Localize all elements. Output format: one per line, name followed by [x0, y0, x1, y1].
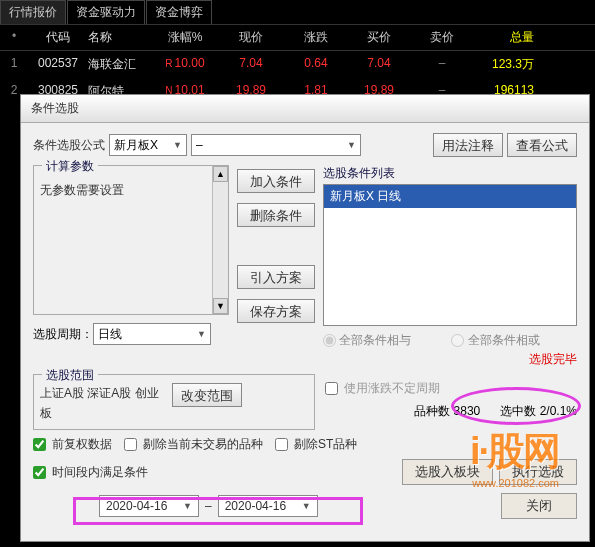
col-price[interactable]: 现价	[216, 29, 286, 46]
scroll-up-icon[interactable]: ▲	[213, 166, 228, 182]
col-vol[interactable]: 总量	[472, 29, 542, 46]
exclude-nontrade-label: 剔除当前未交易的品种	[143, 436, 263, 453]
exclude-st-label: 剔除ST品种	[294, 436, 357, 453]
to-block-button[interactable]: 选股入板块	[402, 459, 493, 485]
stock-name: 海联金汇	[88, 56, 154, 73]
save-plan-button[interactable]: 保存方案	[237, 299, 315, 323]
params-empty-text: 无参数需要设置	[40, 182, 222, 199]
status-text: 选股完毕	[323, 351, 577, 368]
timerange-checkbox[interactable]	[33, 466, 46, 479]
view-formula-button[interactable]: 查看公式	[507, 133, 577, 157]
execute-button[interactable]: 执行选股	[499, 459, 577, 485]
stock-bid: 7.04	[346, 56, 412, 73]
chevron-down-icon: ▼	[302, 501, 311, 511]
pre-fq-label: 前复权数据	[52, 436, 112, 453]
scroll-down-icon[interactable]: ▼	[213, 298, 228, 314]
tab-quotes[interactable]: 行情报价	[0, 0, 66, 24]
add-condition-button[interactable]: 加入条件	[237, 169, 315, 193]
stock-pct: R10.00	[154, 56, 216, 73]
delete-condition-button[interactable]: 删除条件	[237, 203, 315, 227]
col-name[interactable]: 名称	[88, 29, 154, 46]
radio-or[interactable]: 全部条件相或	[451, 332, 539, 349]
condition-list-label: 选股条件列表	[323, 165, 577, 182]
date-separator: –	[205, 499, 212, 513]
formula-select[interactable]: 新月板X▼	[109, 134, 187, 156]
row-idx: 1	[0, 56, 28, 73]
stock-table: • 代码 名称 涨幅% 现价 涨跌 买价 卖价 总量 1 002537 海联金汇…	[0, 25, 595, 105]
scrollbar[interactable]: ▲ ▼	[212, 166, 228, 314]
import-plan-button[interactable]: 引入方案	[237, 265, 315, 289]
params-legend: 计算参数	[42, 158, 98, 175]
condition-select-dialog: 条件选股 条件选股公式 新月板X▼ –▼ 用法注释 查看公式 计算参数 无参数需…	[20, 94, 590, 542]
col-idx: •	[0, 29, 28, 46]
col-bid[interactable]: 买价	[346, 29, 412, 46]
selected-count: 选中数 2/0.1%	[500, 403, 577, 420]
condition-list[interactable]: 新月板X 日线	[323, 184, 577, 326]
radio-and[interactable]: 全部条件相与	[323, 332, 411, 349]
condition-item[interactable]: 新月板X 日线	[324, 185, 576, 208]
col-code[interactable]: 代码	[28, 29, 88, 46]
col-pct[interactable]: 涨幅%	[154, 29, 216, 46]
col-ask[interactable]: 卖价	[412, 29, 472, 46]
period-select[interactable]: 日线▼	[93, 323, 211, 345]
stock-ask: –	[412, 56, 472, 73]
pre-fq-checkbox[interactable]	[33, 438, 46, 451]
stock-price: 7.04	[216, 56, 286, 73]
dialog-title: 条件选股	[21, 95, 589, 123]
chevron-down-icon: ▼	[183, 501, 192, 511]
undef-period-checkbox[interactable]	[325, 382, 338, 395]
params-fieldset: 计算参数 无参数需要设置 ▲ ▼	[33, 165, 229, 315]
formula-param-select[interactable]: –▼	[191, 134, 361, 156]
date-from-input[interactable]: 2020-04-16▼	[99, 495, 199, 517]
chevron-down-icon: ▼	[197, 329, 206, 339]
timerange-label: 时间段内满足条件	[52, 464, 148, 481]
close-button[interactable]: 关闭	[501, 493, 577, 519]
stock-vol: 123.3万	[472, 56, 542, 73]
stock-code: 002537	[28, 56, 88, 73]
range-fieldset: 选股范围 上证A股 深证A股 创业板 改变范围	[33, 374, 315, 430]
col-chg[interactable]: 涨跌	[286, 29, 346, 46]
change-range-button[interactable]: 改变范围	[172, 383, 242, 407]
tab-fund-game[interactable]: 资金博弈	[146, 0, 212, 24]
exclude-nontrade-checkbox[interactable]	[124, 438, 137, 451]
range-legend: 选股范围	[42, 367, 98, 384]
stock-chg: 0.64	[286, 56, 346, 73]
chevron-down-icon: ▼	[347, 140, 356, 150]
chevron-down-icon: ▼	[173, 140, 182, 150]
range-text: 上证A股 深证A股 创业板	[40, 383, 166, 423]
undef-period-label: 使用涨跌不定周期	[344, 380, 440, 397]
kinds-count: 品种数 3830	[414, 403, 480, 420]
exclude-st-checkbox[interactable]	[275, 438, 288, 451]
date-to-input[interactable]: 2020-04-16▼	[218, 495, 318, 517]
period-label: 选股周期：	[33, 326, 93, 343]
table-row[interactable]: 1 002537 海联金汇 R10.00 7.04 0.64 7.04 – 12…	[0, 51, 595, 78]
formula-label: 条件选股公式	[33, 137, 105, 154]
tab-fund-drive[interactable]: 资金驱动力	[67, 0, 145, 24]
usage-note-button[interactable]: 用法注释	[433, 133, 503, 157]
